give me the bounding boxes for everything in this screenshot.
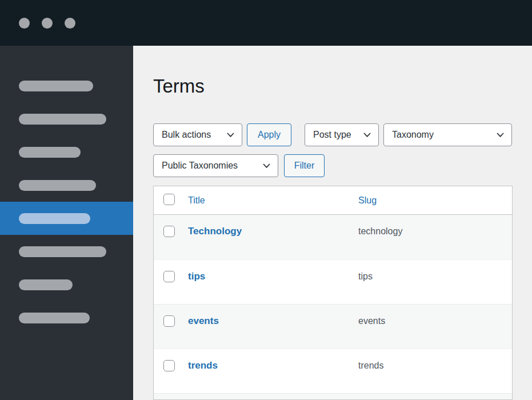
sidebar-item-placeholder: [19, 114, 106, 125]
terms-table: Title Slug Technologytechnologytipstipse…: [153, 186, 513, 400]
table-header-slug-cell: Slug: [358, 195, 512, 206]
table-row: Technologytechnology: [154, 215, 512, 259]
sidebar-item[interactable]: [0, 102, 133, 135]
sidebar-item-active[interactable]: [0, 202, 133, 235]
table-header-title-cell: Title: [188, 195, 358, 206]
window-control-dot-icon[interactable]: [42, 18, 53, 29]
bulk-actions-select[interactable]: Bulk actions: [153, 123, 242, 146]
public-taxonomies-label: Public Taxonomies: [162, 161, 238, 171]
sidebar-item[interactable]: [0, 268, 133, 301]
table-row-partial: [154, 393, 512, 400]
filters-toolbar-row-2: Public Taxonomies Filter: [153, 154, 325, 177]
row-checkbox[interactable]: [163, 315, 175, 327]
taxonomy-select[interactable]: Taxonomy: [383, 123, 512, 146]
table-header-row: Title Slug: [154, 186, 512, 215]
sidebar-item[interactable]: [0, 169, 133, 202]
table-row: trendstrends: [154, 349, 512, 393]
window-control-dot-icon[interactable]: [65, 18, 75, 29]
page-title: Terms: [153, 77, 205, 95]
term-slug: events: [358, 316, 385, 326]
sidebar-item-placeholder: [19, 213, 90, 224]
sidebar-item[interactable]: [0, 301, 133, 334]
post-type-label: Post type: [313, 130, 351, 140]
column-header-title[interactable]: Title: [188, 195, 205, 205]
sidebar-item-placeholder: [19, 279, 73, 290]
sidebar-nav: [0, 46, 133, 400]
table-row: tipstips: [154, 259, 512, 304]
window-titlebar: [0, 0, 532, 46]
term-title-link[interactable]: trends: [188, 360, 218, 371]
chevron-down-icon: [263, 163, 270, 169]
table-header-checkbox-cell: [154, 194, 188, 207]
window-control-dot-icon[interactable]: [19, 18, 30, 29]
bulk-actions-label: Bulk actions: [162, 130, 211, 140]
term-slug: technology: [358, 226, 402, 236]
term-title-link[interactable]: events: [188, 315, 219, 326]
sidebar-item[interactable]: [0, 69, 133, 102]
filter-button[interactable]: Filter: [284, 154, 325, 177]
sidebar-item[interactable]: [0, 135, 133, 169]
row-checkbox[interactable]: [163, 360, 175, 371]
table-body: Technologytechnologytipstipseventsevents…: [154, 215, 512, 400]
sidebar-item-placeholder: [19, 147, 81, 158]
term-slug: trends: [358, 361, 383, 370]
term-title-link[interactable]: Technology: [188, 226, 242, 237]
public-taxonomies-select[interactable]: Public Taxonomies: [153, 154, 278, 177]
select-all-checkbox[interactable]: [163, 194, 175, 205]
column-header-slug[interactable]: Slug: [358, 195, 377, 205]
filters-toolbar-row-1: Bulk actions Apply Post type Taxonomy: [153, 123, 512, 146]
sidebar-item-placeholder: [19, 313, 90, 323]
sidebar-item[interactable]: [0, 235, 133, 268]
term-title-link[interactable]: tips: [188, 271, 205, 282]
post-type-select[interactable]: Post type: [305, 123, 379, 146]
chevron-down-icon: [497, 133, 504, 138]
chevron-down-icon: [363, 133, 371, 138]
apply-button[interactable]: Apply: [247, 123, 291, 146]
sidebar-item-placeholder: [19, 81, 93, 91]
term-slug: tips: [358, 271, 373, 281]
taxonomy-label: Taxonomy: [392, 130, 434, 140]
main-content: Terms Bulk actions Apply Post type Taxon…: [133, 46, 532, 400]
chevron-down-icon: [227, 133, 234, 138]
sidebar-item-placeholder: [19, 246, 106, 257]
row-checkbox[interactable]: [163, 226, 175, 237]
sidebar-item-placeholder: [19, 180, 96, 191]
row-checkbox[interactable]: [163, 271, 175, 282]
table-row: eventsevents: [154, 304, 512, 349]
